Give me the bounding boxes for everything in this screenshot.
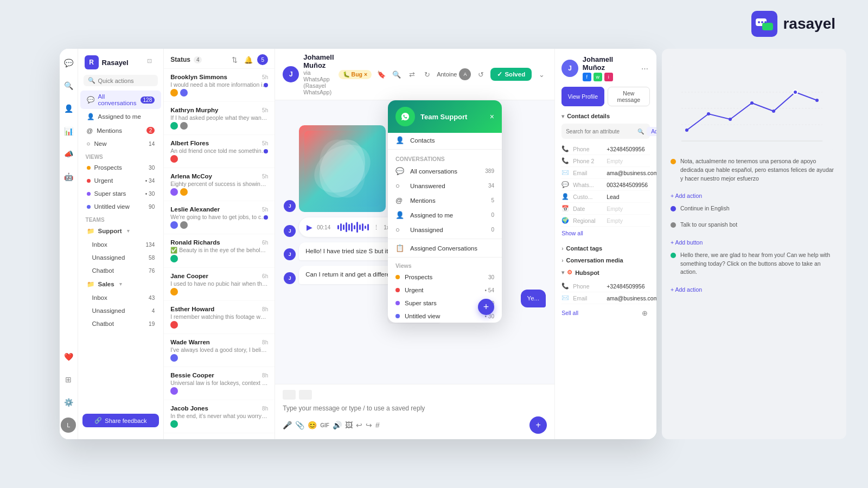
sidebar-item-sales-inbox[interactable]: Inbox 43 bbox=[80, 292, 162, 304]
wa-assigned-conv[interactable]: 📋 Assigned Conversations bbox=[388, 241, 502, 255]
refresh-icon[interactable]: ↻ bbox=[422, 69, 432, 80]
facebook-icon[interactable]: f bbox=[583, 73, 591, 81]
hubspot-title[interactable]: ▾ ⚙ Hubspot bbox=[561, 269, 650, 276]
nav-icon-reports[interactable]: 📊 bbox=[61, 124, 76, 139]
play-icon[interactable]: ▶ bbox=[307, 223, 312, 232]
sidebar-item-urgent[interactable]: Urgent • 34 bbox=[80, 175, 162, 187]
sidebar-item-mentions[interactable]: @ Mentions 2 bbox=[80, 124, 162, 137]
nav-icon-contacts[interactable]: 👤 bbox=[61, 101, 76, 116]
chat-message-input[interactable] bbox=[283, 404, 547, 412]
conv-item-esther[interactable]: Esther Howard 8h I remember watching thi… bbox=[164, 301, 275, 334]
wa-mentions[interactable]: @ Mentions 5 bbox=[388, 193, 502, 208]
nav-icon-favorites[interactable]: ❤️ bbox=[61, 349, 76, 364]
sidebar-item-support-chatbot[interactable]: Chatbot 76 bbox=[80, 265, 162, 277]
more-options-icon[interactable]: ⌄ bbox=[536, 69, 547, 80]
solved-button[interactable]: ✓ Solved bbox=[490, 68, 532, 81]
nav-icon-avatar[interactable]: L bbox=[61, 418, 76, 433]
hubspot-expand-icon[interactable]: ⊕ bbox=[639, 307, 650, 318]
wa-close-button[interactable]: × bbox=[490, 112, 494, 121]
bug-close-icon[interactable]: × bbox=[364, 71, 367, 78]
view-profile-button[interactable]: View Profile bbox=[561, 87, 604, 106]
instagram-icon[interactable]: i bbox=[604, 73, 613, 81]
bell-icon[interactable]: 🔔 bbox=[243, 54, 254, 65]
add-action-link-1[interactable]: + Add action bbox=[671, 190, 838, 200]
new-message-button[interactable]: New message bbox=[608, 87, 650, 106]
gif-icon[interactable]: GIF bbox=[320, 422, 329, 428]
nav-icon-grid[interactable]: ⊞ bbox=[61, 372, 76, 387]
nav-icon-search[interactable]: 🔍 bbox=[61, 78, 76, 93]
sidebar-item-support-unassigned[interactable]: Unassigned 58 bbox=[80, 252, 162, 264]
conv-item-wade[interactable]: Wade Warren 8h I've always loved a good … bbox=[164, 334, 275, 367]
conv-item-jacob[interactable]: Jacob Jones 8h In the end, it's never wh… bbox=[164, 400, 275, 433]
msg-audio[interactable]: ▶ 00:14 bbox=[299, 217, 397, 237]
sidebar-item-untitled-view[interactable]: Untitled view 90 bbox=[80, 201, 162, 213]
paperclip-icon[interactable]: 📎 bbox=[295, 421, 304, 429]
search-icon[interactable]: 🔍 bbox=[637, 126, 644, 137]
bug-tag[interactable]: 🐛 Bug × bbox=[339, 70, 372, 79]
bookmark-icon[interactable]: 🔖 bbox=[376, 69, 387, 80]
swap-icon[interactable]: ⇄ bbox=[406, 69, 417, 80]
add-attribute-button[interactable]: Add bbox=[647, 127, 656, 136]
conv-item-leslie[interactable]: Leslie Alexander 5h We're going to have … bbox=[164, 201, 275, 234]
contact-more-icon[interactable]: ⋯ bbox=[640, 63, 650, 74]
wa-contacts-item[interactable]: 👤 Contacts bbox=[388, 133, 502, 147]
redo-icon[interactable]: ↪ bbox=[366, 421, 372, 429]
sidebar-item-new[interactable]: ○ New 14 bbox=[80, 138, 162, 150]
contact-details-section[interactable]: ▾ Contact details bbox=[561, 113, 650, 119]
microphone-icon[interactable]: 🎤 bbox=[283, 421, 292, 429]
add-action-label-2[interactable]: + Add action bbox=[671, 286, 702, 293]
wa-view-prospects[interactable]: Prospects 30 bbox=[388, 271, 502, 284]
send-message-button[interactable]: + bbox=[529, 416, 547, 434]
sidebar-expand-btn[interactable]: ⊡ bbox=[147, 57, 157, 67]
conv-media-title[interactable]: › Conversation media bbox=[561, 257, 650, 264]
sidebar-item-sales-team[interactable]: 📁 Sales ▾ bbox=[80, 278, 162, 291]
whatsapp-icon[interactable]: w bbox=[593, 73, 602, 81]
conv-item-albert[interactable]: Albert Flores 5h An old friend once told… bbox=[164, 135, 275, 168]
sidebar-item-all-conversations[interactable]: 💬 All conversations 128 bbox=[80, 91, 162, 109]
add-action-label[interactable]: + Add action bbox=[671, 192, 702, 199]
nav-icon-broadcast[interactable]: 📣 bbox=[61, 146, 76, 162]
list-icon[interactable] bbox=[299, 390, 312, 400]
conv-item-brooklyn[interactable]: Brooklyn Simmons 5h I would need a bit m… bbox=[164, 69, 275, 102]
conv-badge-icon[interactable]: 5 bbox=[257, 54, 268, 65]
attribute-search[interactable]: 🔍 Add bbox=[561, 124, 650, 139]
nav-icon-bots[interactable]: 🤖 bbox=[61, 169, 76, 184]
wa-all-conversations[interactable]: 💬 All conversations 389 bbox=[388, 164, 502, 178]
undo-icon[interactable]: ↩ bbox=[356, 421, 362, 429]
conv-item-arlena[interactable]: Arlena McCoy 5h Eighty percent of succes… bbox=[164, 168, 275, 201]
attribute-search-input[interactable] bbox=[566, 129, 635, 134]
hashtag-icon[interactable]: # bbox=[375, 421, 380, 429]
conv-item-jane[interactable]: Jane Cooper 6h I used to have no pubic h… bbox=[164, 268, 275, 301]
sidebar-search[interactable]: 🔍 bbox=[84, 75, 158, 86]
wa-unassigned[interactable]: ○ Unassigned 0 bbox=[388, 222, 502, 237]
wa-fab-button[interactable]: + bbox=[478, 299, 494, 315]
sell-all-link[interactable]: Sell all bbox=[561, 310, 578, 316]
audio-options-icon[interactable]: ⋮ bbox=[373, 224, 379, 231]
sidebar-item-assigned-to-me[interactable]: 👤 Assigned to me bbox=[80, 110, 162, 123]
contact-tags-title[interactable]: › Contact tags bbox=[561, 245, 650, 252]
conv-item-kathryn[interactable]: Kathryn Murphy 5h If I had asked people … bbox=[164, 102, 275, 135]
show-all-link[interactable]: Show all bbox=[561, 230, 583, 236]
nav-icon-settings[interactable]: ⚙️ bbox=[61, 395, 76, 410]
wa-view-urgent[interactable]: Urgent • 54 bbox=[388, 284, 502, 297]
wa-unanswered[interactable]: ○ Unanswered 34 bbox=[388, 178, 502, 193]
conv-item-bessie[interactable]: Bessie Cooper 8h Universal law is for la… bbox=[164, 367, 275, 400]
search-chat-icon[interactable]: 🔍 bbox=[391, 69, 402, 80]
sidebar-item-support-team[interactable]: 📁 Support ▾ bbox=[80, 224, 162, 237]
quick-actions-input[interactable] bbox=[98, 78, 154, 84]
audio-icon[interactable]: 🔊 bbox=[333, 421, 342, 429]
add-button-label[interactable]: + Add button bbox=[671, 239, 703, 246]
sidebar-item-superstars[interactable]: Super stars • 30 bbox=[80, 188, 162, 200]
conv-item-ronald[interactable]: Ronald Richards 6h ✅ Beauty is in the ey… bbox=[164, 234, 275, 268]
image-icon[interactable]: 🖼 bbox=[345, 421, 353, 429]
sidebar-item-prospects[interactable]: Prospects 30 bbox=[80, 162, 162, 174]
add-button-link[interactable]: + Add button bbox=[671, 237, 838, 247]
reassign-icon[interactable]: ↺ bbox=[475, 69, 486, 80]
format-icon[interactable] bbox=[283, 390, 296, 400]
wa-assigned-to-me[interactable]: 👤 Assigned to me 0 bbox=[388, 208, 502, 222]
sidebar-item-support-inbox[interactable]: Inbox 134 bbox=[80, 239, 162, 251]
sort-icon[interactable]: ⇅ bbox=[229, 54, 240, 65]
emoji-icon[interactable]: 😊 bbox=[308, 421, 317, 429]
nav-icon-chat[interactable]: 💬 bbox=[61, 55, 76, 70]
add-action-link-2[interactable]: + Add action bbox=[671, 284, 838, 294]
